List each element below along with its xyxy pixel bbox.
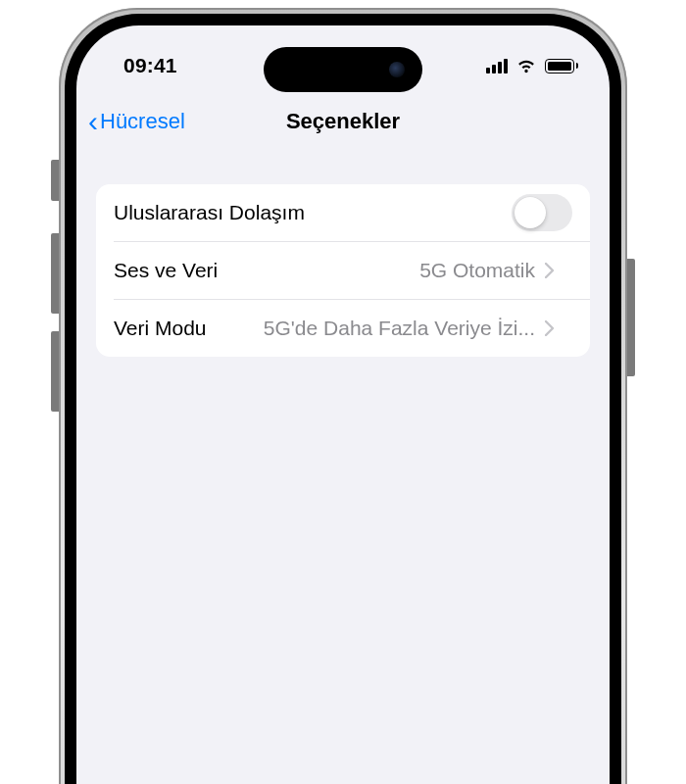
wifi-icon	[515, 58, 537, 74]
cellular-signal-icon	[486, 59, 508, 74]
battery-icon	[545, 59, 578, 74]
status-indicators	[486, 58, 578, 74]
navigation-bar: ‹ Hücresel Seçenekler	[76, 94, 610, 149]
status-time: 09:41	[123, 54, 177, 77]
row-label: Uluslararası Dolaşım	[114, 201, 305, 224]
settings-group: Uluslararası Dolaşım Ses ve Veri 5G Otom…	[96, 184, 590, 357]
row-international-roaming: Uluslararası Dolaşım	[96, 184, 590, 241]
toggle-knob	[514, 197, 546, 228]
screen: 09:41	[76, 25, 610, 784]
row-value: 5G'de Daha Fazla Veriye İzi...	[264, 317, 535, 340]
front-camera-icon	[389, 62, 405, 77]
row-voice-and-data[interactable]: Ses ve Veri 5G Otomatik	[114, 241, 590, 299]
row-label: Ses ve Veri	[114, 259, 218, 282]
roaming-toggle[interactable]	[512, 194, 572, 231]
dynamic-island	[264, 47, 422, 92]
row-value: 5G Otomatik	[419, 259, 535, 282]
chevron-right-icon	[545, 263, 555, 278]
row-label: Veri Modu	[114, 317, 207, 340]
content-area: Uluslararası Dolaşım Ses ve Veri 5G Otom…	[76, 149, 610, 357]
chevron-right-icon	[545, 320, 555, 336]
device-frame: 09:41	[29, 8, 657, 784]
back-button[interactable]: ‹ Hücresel	[88, 107, 185, 136]
row-data-mode[interactable]: Veri Modu 5G'de Daha Fazla Veriye İzi...	[114, 299, 590, 357]
page-title: Seçenekler	[286, 109, 400, 134]
back-button-label: Hücresel	[100, 109, 185, 134]
chevron-left-icon: ‹	[88, 107, 98, 136]
